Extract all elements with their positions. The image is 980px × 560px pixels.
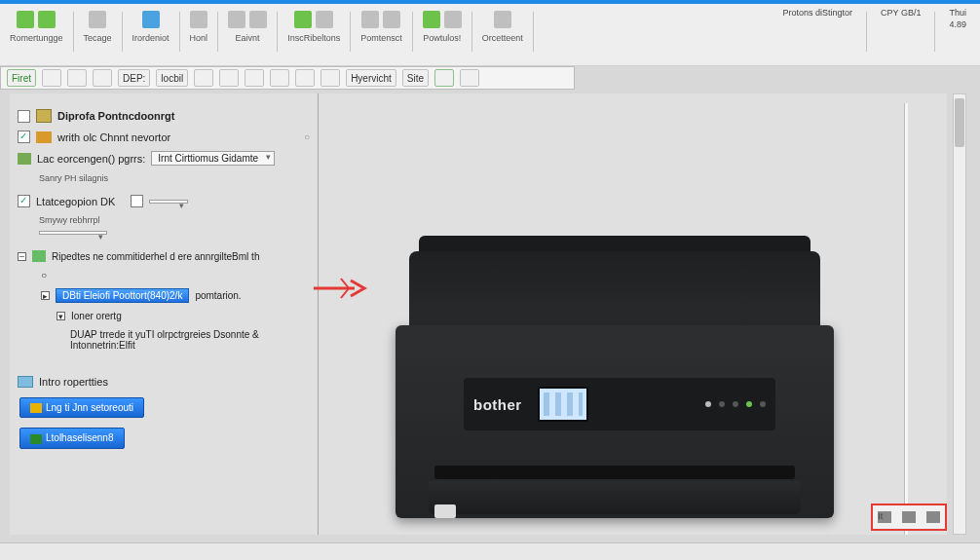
option-subtext: Smywy rebhrrpl bbox=[18, 215, 310, 225]
ribbon-group-3[interactable]: Irordeniot bbox=[129, 8, 173, 43]
toolbar-button[interactable]: Site bbox=[402, 69, 429, 87]
ribbon-right-3: Thui 4.89 bbox=[941, 8, 974, 29]
tool-icon bbox=[89, 11, 106, 28]
ribbon-label: Eaivnt bbox=[236, 33, 260, 43]
tool-icon bbox=[190, 11, 207, 28]
toolbar-button[interactable]: Firet bbox=[7, 69, 36, 87]
toolbar-button[interactable] bbox=[434, 69, 454, 87]
toolbar-button[interactable] bbox=[219, 69, 239, 87]
tool-icon bbox=[249, 11, 267, 28]
toolbar-button[interactable] bbox=[460, 69, 479, 87]
status-bar bbox=[0, 542, 980, 560]
toolbar-button[interactable] bbox=[245, 69, 264, 87]
doc-icon bbox=[17, 11, 34, 28]
printer-screen bbox=[538, 387, 588, 422]
tree-expand-icon[interactable]: ▸ bbox=[41, 291, 50, 300]
ribbon-group-9[interactable]: Orcetteent bbox=[478, 8, 527, 43]
toolbar-button[interactable] bbox=[295, 69, 315, 87]
tool-icon bbox=[294, 11, 312, 28]
tree-collapse-icon[interactable]: – bbox=[18, 252, 26, 261]
printer-brand: bother bbox=[473, 396, 522, 413]
ribbon-group-6[interactable]: InscRibeltons bbox=[283, 8, 344, 43]
ribbon-group-7[interactable]: Pomtensct bbox=[357, 8, 406, 43]
ribbon-group-4[interactable]: Honl bbox=[186, 8, 212, 43]
tree-item[interactable]: Ioner orertg bbox=[71, 311, 122, 321]
ribbon-label: Honl bbox=[190, 33, 208, 43]
tree-icon bbox=[32, 250, 46, 262]
toolbar-button[interactable] bbox=[93, 69, 112, 87]
ribbon-label: Romertungge bbox=[10, 33, 63, 43]
ribbon-right-2: CPY GB/1 bbox=[873, 8, 928, 18]
panel-divider[interactable] bbox=[318, 93, 319, 535]
ribbon-label: Pomtensct bbox=[360, 33, 402, 43]
tool-icon bbox=[228, 11, 245, 28]
row-icon bbox=[36, 131, 52, 143]
tool-icon bbox=[316, 11, 333, 28]
ribbon-secondary: Firet DEP: locbil Hyervicht Site bbox=[0, 66, 575, 90]
annotation-arrow bbox=[312, 275, 370, 304]
ribbon-label: Orcetteent bbox=[482, 33, 523, 43]
toolbar-button[interactable] bbox=[67, 69, 87, 87]
status-button-1[interactable]: Lng ti Jnn setoreouti bbox=[19, 397, 144, 418]
scrollbar-thumb[interactable] bbox=[955, 98, 964, 147]
row-icon bbox=[18, 153, 31, 165]
dropdown-quality[interactable]: Irnt Cirttiomus Gidamte bbox=[151, 151, 275, 166]
printer-usb-port bbox=[434, 504, 456, 518]
toolbar-button[interactable] bbox=[194, 69, 213, 87]
tree-item-tail: pomtarion. bbox=[195, 290, 241, 301]
ribbon-group-2[interactable]: Tecage bbox=[80, 8, 116, 43]
tool-icon bbox=[361, 11, 379, 28]
option-subtext: Sanry PH silagnis bbox=[18, 173, 310, 183]
doc-icon bbox=[38, 11, 56, 28]
toolbar-button[interactable]: Hyervicht bbox=[346, 69, 396, 87]
option-label: Lac eorcengen() pgrrs: bbox=[37, 153, 145, 165]
ribbon-right-1: Protons diStingtor bbox=[775, 8, 861, 18]
checkbox[interactable] bbox=[18, 195, 30, 207]
printer-image: bother bbox=[366, 212, 863, 560]
tool-icon bbox=[423, 11, 440, 28]
ribbon-label: Tecage bbox=[84, 33, 112, 43]
toolbar-button[interactable] bbox=[270, 69, 289, 87]
ribbon-group-1[interactable]: Romertungge bbox=[6, 8, 67, 43]
checkbox[interactable] bbox=[18, 131, 30, 143]
info-header: Intro ropertties bbox=[39, 376, 108, 388]
tool-icon bbox=[494, 11, 511, 28]
view-mode-label: It bbox=[878, 511, 891, 523]
view-mode-highlight[interactable]: It bbox=[871, 504, 947, 531]
ribbon-group-5[interactable]: Eaivnt bbox=[224, 8, 271, 43]
option-label: writh olc Chnnt nevortor bbox=[57, 131, 170, 143]
profile-icon bbox=[36, 109, 52, 123]
tree-item-selected[interactable]: DBti Eleiofi Poottort(840)2/k bbox=[56, 288, 189, 303]
toolbar-button[interactable] bbox=[42, 69, 61, 87]
option-label: Ltatcegopion DK bbox=[36, 196, 115, 207]
vertical-scrollbar[interactable] bbox=[953, 93, 966, 535]
ribbon-label: Irordeniot bbox=[132, 33, 170, 43]
tool-icon bbox=[383, 11, 400, 28]
tree-header: Ripedtes ne commitiderhel d ere annrgilt… bbox=[52, 251, 259, 262]
option-header: Diprofa Pontncdoonrgt bbox=[57, 110, 174, 122]
checkbox[interactable] bbox=[18, 110, 30, 123]
info-icon bbox=[18, 376, 33, 388]
ribbon-label: Powtulos! bbox=[423, 33, 461, 43]
ribbon-label: InscRibeltons bbox=[287, 33, 340, 43]
dropdown-small[interactable] bbox=[149, 200, 188, 204]
document-area: Diprofa Pontncdoonrgt writh olc Chnnt ne… bbox=[10, 93, 947, 535]
tree-item: DUAP trrede it yuTI olrpctrgreies Dsonnt… bbox=[70, 329, 310, 340]
toolbar-button[interactable] bbox=[320, 69, 340, 87]
checkbox[interactable] bbox=[131, 195, 143, 207]
toolbar-button[interactable]: locbil bbox=[156, 69, 188, 87]
view-mode-icon[interactable] bbox=[926, 511, 940, 523]
ribbon-group-8[interactable]: Powtulos! bbox=[419, 8, 466, 43]
printer-options-panel: Diprofa Pontncdoonrgt writh olc Chnnt ne… bbox=[18, 101, 310, 449]
status-button-2[interactable]: Ltolhaselisenn8 bbox=[19, 428, 125, 448]
ribbon-main: Romertungge Tecage Irordeniot Honl Eaivn… bbox=[0, 4, 980, 66]
toolbar-button[interactable]: DEP: bbox=[118, 69, 150, 87]
dropdown-indicator[interactable]: ○ bbox=[304, 131, 310, 142]
tree-item: Intonnetrin:Elfit bbox=[70, 340, 310, 351]
tool-icon bbox=[142, 11, 160, 28]
tool-icon bbox=[444, 11, 462, 28]
tree-expand-icon[interactable]: ▾ bbox=[57, 312, 65, 320]
page-edge bbox=[904, 103, 908, 535]
view-mode-icon[interactable] bbox=[902, 511, 916, 523]
dropdown-empty[interactable] bbox=[39, 231, 107, 235]
